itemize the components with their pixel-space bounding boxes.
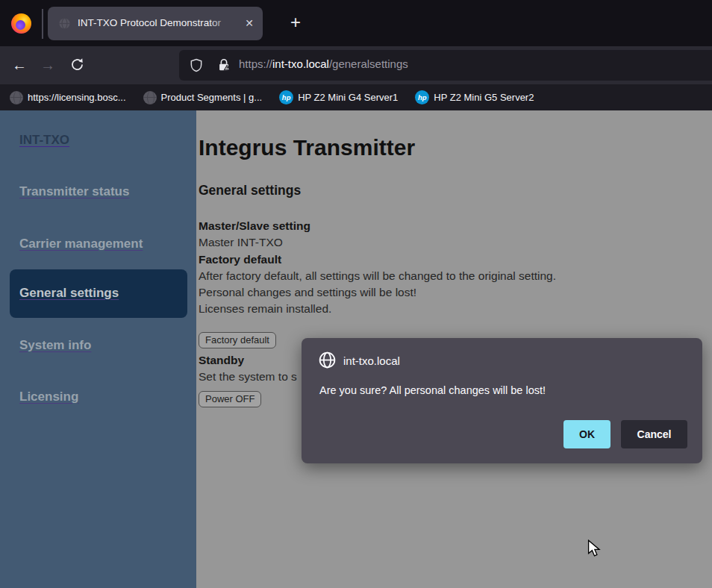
globe-icon bbox=[318, 351, 337, 369]
factory-default-heading: Factory default bbox=[199, 253, 281, 266]
tab-bar: INT-TXO Protocol Demonstrator ✕ + bbox=[0, 0, 712, 46]
hp-logo-icon: hp bbox=[279, 90, 293, 104]
bookmark-licensing[interactable]: https://licensing.bosc... bbox=[10, 91, 126, 104]
bookmark-hp-z2-g5[interactable]: hp HP Z2 Mini G5 Server2 bbox=[415, 90, 534, 104]
lock-warning-icon[interactable] bbox=[216, 57, 231, 73]
bookmark-hp-z2-g4[interactable]: hp HP Z2 Mini G4 Server1 bbox=[279, 90, 398, 104]
standby-heading: Standby bbox=[199, 354, 244, 367]
sidebar-item-system-info[interactable]: System info bbox=[19, 338, 91, 353]
ok-button[interactable]: OK bbox=[563, 420, 610, 448]
bookmark-product-segments[interactable]: Product Segments | g... bbox=[143, 91, 263, 104]
browser-tab[interactable]: INT-TXO Protocol Demonstrator ✕ bbox=[48, 7, 263, 40]
url-scheme: https:// bbox=[239, 57, 272, 70]
page-viewport: INT-TXO Transmitter status Carrier manag… bbox=[0, 110, 712, 588]
back-button[interactable]: ← bbox=[12, 56, 27, 74]
sidebar-item-int-txo[interactable]: INT-TXO bbox=[19, 133, 69, 148]
url-text[interactable]: https://int-txo.local/generalsettings bbox=[239, 57, 408, 70]
forward-button[interactable]: → bbox=[40, 56, 55, 74]
cancel-button[interactable]: Cancel bbox=[621, 420, 687, 448]
factory-default-line3: Licenses remain installed. bbox=[199, 302, 331, 316]
shield-icon[interactable] bbox=[189, 57, 204, 73]
mouse-cursor bbox=[587, 539, 603, 557]
tab-separator bbox=[42, 9, 43, 39]
hp-logo-icon: hp bbox=[415, 90, 429, 104]
master-slave-heading: Master/Slave setting bbox=[199, 219, 310, 233]
sidebar-nav: INT-TXO Transmitter status Carrier manag… bbox=[0, 110, 196, 588]
sidebar-item-transmitter-status[interactable]: Transmitter status bbox=[19, 184, 129, 199]
tab-close-icon[interactable]: ✕ bbox=[243, 16, 256, 30]
new-tab-button[interactable]: + bbox=[285, 13, 306, 34]
dialog-origin: int-txo.local bbox=[343, 354, 400, 367]
reload-icon[interactable] bbox=[69, 57, 85, 72]
master-slave-value: Master INT-TXO bbox=[199, 236, 283, 249]
factory-default-button[interactable]: Factory default bbox=[199, 332, 276, 348]
sidebar-item-licensing[interactable]: Licensing bbox=[19, 390, 78, 404]
page-title: Integrus Transmitter bbox=[199, 135, 415, 160]
globe-favicon-icon bbox=[10, 91, 23, 104]
sidebar-item-general-settings[interactable]: General settings bbox=[10, 269, 187, 318]
url-host: int-txo.local bbox=[272, 57, 329, 70]
factory-default-line2: Personal changes and settings will be lo… bbox=[199, 286, 416, 299]
power-off-button[interactable]: Power OFF bbox=[199, 391, 261, 407]
navigation-toolbar: ← → https://int-txo.local/generalsetting… bbox=[0, 46, 712, 84]
sidebar-item-carrier-management[interactable]: Carrier management bbox=[19, 237, 143, 251]
confirm-dialog: int-txo.local Are you sure? All personal… bbox=[302, 338, 702, 463]
url-path: /generalsettings bbox=[329, 57, 408, 70]
dialog-message: Are you sure? All personal changes will … bbox=[319, 384, 546, 396]
browser-window: INT-TXO Protocol Demonstrator ✕ + ← → ht… bbox=[0, 0, 712, 588]
section-title: General settings bbox=[199, 183, 301, 198]
standby-text: Set the system to s bbox=[199, 370, 297, 384]
globe-favicon-icon bbox=[143, 91, 157, 104]
factory-default-line1: After factory default, all settings will… bbox=[199, 269, 556, 283]
tab-title-fade bbox=[209, 14, 242, 34]
firefox-logo-icon[interactable] bbox=[11, 13, 31, 34]
bookmarks-bar: https://licensing.bosc... Product Segmen… bbox=[0, 84, 712, 110]
url-bar[interactable]: https://int-txo.local/generalsettings bbox=[179, 50, 712, 81]
tab-favicon-globe-icon bbox=[58, 17, 71, 30]
